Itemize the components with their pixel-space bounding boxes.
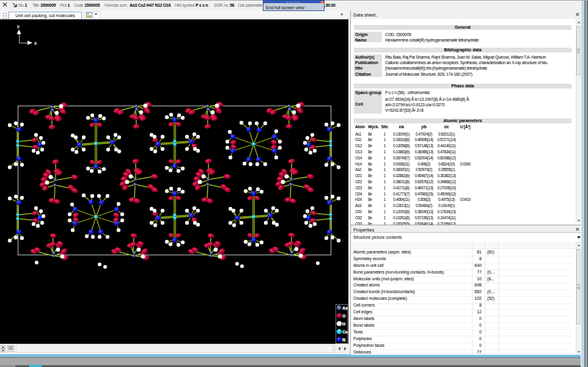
svg-text:O: O xyxy=(342,314,346,318)
svg-text:a: a xyxy=(34,41,37,45)
svg-text:b: b xyxy=(17,24,20,29)
svg-text:As: As xyxy=(342,306,348,310)
svg-text:N: N xyxy=(342,338,345,342)
svg-text:H: H xyxy=(342,322,345,326)
svg-text:Co: Co xyxy=(342,330,348,334)
